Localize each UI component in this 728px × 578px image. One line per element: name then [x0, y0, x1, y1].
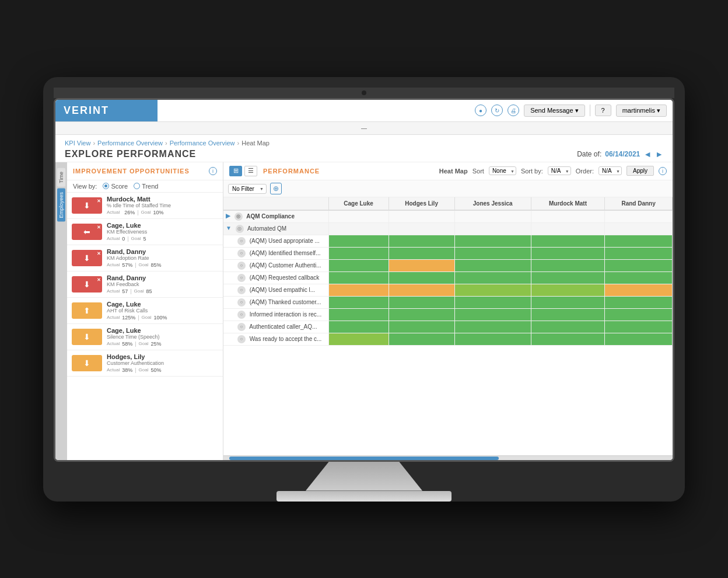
filter-select[interactable]: No Filter: [228, 184, 267, 194]
kpi-down-icon: ⬇: [83, 280, 90, 289]
table-row[interactable]: ○ (AQM) Used empathic l...: [223, 284, 673, 296]
filter-row: No Filter ⊕: [223, 180, 673, 197]
sort-by-select[interactable]: N/A: [548, 166, 571, 175]
breadcrumb-item-1[interactable]: KPI View: [65, 140, 90, 147]
table-row[interactable]: ▼ ◎ Automated QM: [223, 222, 673, 235]
order-select-wrap: N/A: [598, 166, 622, 175]
apply-button[interactable]: Apply: [626, 166, 654, 176]
heat-cell: [388, 308, 454, 321]
page-title-row: EXPLORE PERFORMANCE Date of: 06/14/2021 …: [65, 149, 663, 159]
app-toolbar: —: [55, 122, 673, 135]
breadcrumb-item-2[interactable]: Performance Overview: [97, 140, 163, 147]
score-radio[interactable]: Score: [103, 183, 128, 190]
grid-view-button[interactable]: ⊞: [229, 166, 242, 176]
table-row[interactable]: ▶ ◎ AQM Compliance: [223, 210, 673, 223]
side-tab-employees[interactable]: Employees: [57, 189, 65, 222]
monitor-base: [276, 491, 452, 502]
kpi-actual: 26%: [124, 210, 135, 215]
kpi-metric: KM Feedback: [107, 281, 218, 287]
date-next-button[interactable]: ►: [655, 149, 663, 159]
kpi-remove-icon[interactable]: ✕: [97, 225, 101, 230]
print-icon[interactable]: 🖨: [508, 105, 519, 116]
column-header-murdock[interactable]: Murdock Matt: [531, 197, 605, 210]
date-label: Date of:: [577, 150, 601, 158]
kpi-goal: 50%: [151, 367, 162, 373]
help-button[interactable]: ?: [595, 105, 611, 116]
table-row[interactable]: ○ Authenticated caller_AQ...: [223, 321, 673, 333]
breadcrumb-item-3[interactable]: Performance Overview: [170, 140, 235, 147]
filter-add-button[interactable]: ⊕: [270, 183, 282, 194]
sort-select[interactable]: None: [489, 166, 516, 175]
date-prev-button[interactable]: ◄: [643, 149, 652, 159]
expand-icon[interactable]: ▼: [226, 225, 232, 231]
scrollbar-thumb[interactable]: [229, 457, 499, 460]
kpi-values: Actual 0 | Goal 5: [107, 236, 218, 242]
column-header-hodges[interactable]: Hodges Lily: [388, 197, 454, 210]
kpi-item[interactable]: ⬇ ✕ Rand, Danny KM Adoption Rate Actual …: [67, 245, 223, 271]
heat-cell: [454, 296, 531, 308]
heat-cell: [454, 222, 531, 235]
kpi-goal: 10%: [153, 210, 164, 215]
breadcrumb: KPI View › Performance Overview › Perfor…: [65, 140, 663, 147]
table-row[interactable]: ○ (AQM) Thanked customer...: [223, 296, 673, 308]
kpi-remove-icon[interactable]: ✕: [97, 277, 101, 283]
heat-cell: [454, 333, 531, 345]
kpi-item[interactable]: ⬅ ✕ Cage, Luke KM Effectiveness Actual 0…: [67, 219, 223, 245]
notifications-icon[interactable]: ●: [475, 105, 487, 116]
right-panel: ⊞ ☰ PERFORMANCE Heat Map Sort None: [223, 162, 673, 460]
heat-cell: [605, 222, 673, 235]
kpi-item[interactable]: ⬇ ✕ Murdock, Matt % Idle Time of Staffed…: [67, 193, 223, 219]
heat-cell: [531, 284, 605, 296]
heat-cell: [328, 222, 388, 235]
order-select[interactable]: N/A: [598, 166, 622, 175]
send-message-button[interactable]: Send Message ▾: [524, 105, 584, 117]
date-value: 06/14/2021: [605, 150, 640, 158]
kpi-item[interactable]: ⬇ Hodges, Lily Customer Authentication A…: [67, 350, 223, 377]
table-row[interactable]: ○ (AQM) Customer Authenti...: [223, 259, 673, 271]
user-menu-button[interactable]: martinmelis ▾: [616, 105, 667, 117]
kpi-item[interactable]: ⬆ Cage, Luke AHT of Risk Calls Actual 12…: [67, 298, 223, 324]
kpi-values: Actual 57% | Goal 85%: [107, 262, 218, 268]
heat-cell: [328, 333, 388, 345]
heat-cell: [605, 271, 673, 284]
kpi-remove-icon[interactable]: ✕: [97, 199, 101, 204]
improvement-info-icon[interactable]: i: [209, 167, 217, 175]
table-row[interactable]: ○ (AQM) Identified themself...: [223, 247, 673, 259]
heat-cell: [328, 308, 388, 321]
view-icons: ⊞ ☰: [229, 166, 257, 176]
heat-cell: [454, 321, 531, 333]
main-layout: Time Employees IMPROVEMENT OPPORTUNITIES…: [55, 162, 673, 460]
table-row[interactable]: ○ Informed interaction is rec...: [223, 308, 673, 321]
list-view-button[interactable]: ☰: [244, 166, 257, 176]
breadcrumb-current: Heat Map: [242, 140, 270, 147]
kpi-goal: 85: [146, 288, 152, 294]
column-header-jones[interactable]: Jones Jessica: [454, 197, 531, 210]
kpi-item[interactable]: ⬇ Cage, Luke Silence Time (Speech) Actua…: [67, 324, 223, 350]
row-child-icon: ○: [237, 249, 246, 257]
kpi-values: Actual 58% | Goal 25%: [107, 341, 218, 347]
kpi-goal: 100%: [154, 315, 167, 321]
trend-radio[interactable]: Trend: [134, 183, 158, 190]
kpi-name: Rand, Danny: [107, 248, 218, 255]
row-label: ○ (AQM) Thanked customer...: [223, 296, 328, 308]
heat-cell: [388, 210, 454, 223]
column-header-rand[interactable]: Rand Danny: [605, 197, 673, 210]
kpi-remove-icon[interactable]: ✕: [97, 251, 101, 256]
table-row[interactable]: ○ Was ready to accept the c...: [223, 333, 673, 345]
breadcrumb-sep-3: ›: [237, 140, 240, 147]
trend-radio-dot: [134, 183, 140, 189]
column-header-cage[interactable]: Cage Luke: [328, 197, 388, 210]
horizontal-scrollbar[interactable]: [223, 455, 673, 460]
expand-icon[interactable]: ▶: [226, 213, 230, 219]
kpi-item[interactable]: ⬇ ✕ Rand, Danny KM Feedback Actual 57 | …: [67, 271, 223, 298]
improvement-opportunities-title: IMPROVEMENT OPPORTUNITIES: [73, 168, 190, 175]
refresh-icon[interactable]: ↻: [491, 105, 503, 116]
order-label: Order:: [576, 168, 594, 175]
kpi-indicator-red: ⬅ ✕: [72, 224, 102, 240]
kpi-values: Actual 125% | Goal 100%: [107, 315, 218, 321]
right-panel-header: ⊞ ☰ PERFORMANCE Heat Map Sort None: [223, 162, 673, 180]
side-tab-time[interactable]: Time: [57, 168, 65, 187]
table-row[interactable]: ○ (AQM) Requested callback: [223, 271, 673, 284]
table-row[interactable]: ○ (AQM) Used appropriate ...: [223, 235, 673, 247]
performance-info-icon[interactable]: i: [659, 167, 667, 175]
